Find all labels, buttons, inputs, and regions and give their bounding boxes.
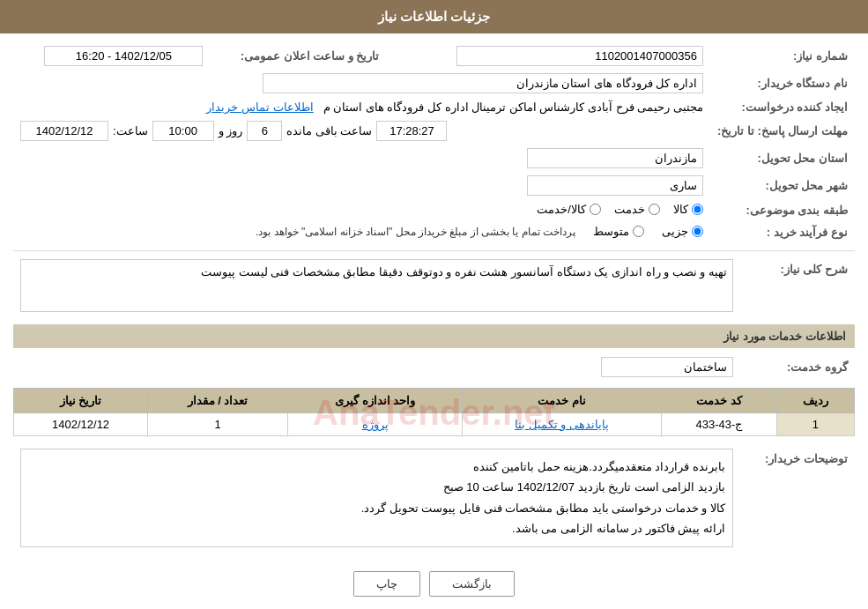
deadline-label: مهلت ارسال پاسخ: تا تاریخ:	[710, 117, 855, 145]
city-cell: ساری	[13, 172, 710, 199]
purchase-type-motavasset: متوسط	[593, 225, 644, 238]
service-group-cell: ساختمان	[13, 353, 740, 381]
category-label: طبقه بندی موضوعی:	[710, 199, 855, 221]
buyer-org-value: اداره کل فرودگاه های استان مازندران	[263, 73, 703, 93]
buyer-org-label: نام دستگاه خریدار:	[710, 70, 855, 97]
request-number-value: 1102001407000356	[456, 46, 703, 66]
deadline-date: 1402/12/12	[20, 121, 108, 141]
cell-unit: پروژه	[287, 413, 462, 436]
purchase-type-label: نوع فرآیند خرید :	[710, 221, 855, 243]
col-code: کد خدمت	[662, 389, 777, 413]
buyer-notes-label: توضیحات خریدار:	[740, 445, 855, 551]
deadline-time-label: ساعت:	[113, 124, 148, 137]
col-date: تاریخ نیاز	[14, 389, 148, 413]
request-number-cell: 1102001407000356	[412, 42, 709, 70]
services-table: ردیف کد خدمت نام خدمت واحد اندازه گیری ت…	[13, 388, 855, 436]
description-text: تهیه و نصب و راه اندازی یک دستگاه آسانسو…	[20, 259, 733, 312]
buyer-org-cell: اداره کل فرودگاه های استان مازندران	[13, 70, 710, 97]
deadline-remaining-label: ساعت باقی مانده	[286, 124, 372, 137]
col-row: ردیف	[776, 389, 854, 413]
description-cell: تهیه و نصب و راه اندازی یک دستگاه آسانسو…	[13, 256, 740, 316]
cell-date: 1402/12/12	[14, 413, 148, 436]
purchase-type-note: پرداخت تمام یا بخشی از مبلغ خریداز محل "…	[256, 226, 575, 238]
main-info-table: شماره نیاز: 1102001407000356 تاریخ و ساع…	[13, 42, 855, 243]
category-option-kala-khedmat: کالا/خدمت	[537, 203, 601, 216]
creator-label: ایجاد کننده درخواست:	[710, 97, 855, 117]
cell-code: ج-43-433	[662, 413, 777, 436]
announce-cell: 1402/12/05 - 16:20	[13, 42, 210, 70]
deadline-days-label: روز و	[219, 124, 243, 137]
announce-label: تاریخ و ساعت اعلان عمومی:	[210, 42, 386, 70]
service-group-label: گروه خدمت:	[740, 353, 855, 381]
deadline-remaining: 17:28:27	[376, 121, 447, 141]
province-label: استان محل تحویل:	[710, 145, 855, 172]
deadline-cell: 1402/12/12 ساعت: 10:00 روز و 6 ساعت باقی…	[13, 117, 710, 145]
purchase-type-cell: پرداخت تمام یا بخشی از مبلغ خریداز محل "…	[13, 221, 710, 243]
print-button[interactable]: چاپ	[353, 571, 420, 597]
description-label: شرح کلی نیاز:	[740, 256, 855, 316]
city-value: ساری	[527, 175, 703, 196]
back-button[interactable]: بازگشت	[429, 571, 515, 597]
category-cell: کالا/خدمت خدمت کالا	[13, 199, 710, 221]
cell-row: 1	[776, 413, 854, 436]
province-cell: مازندران	[13, 145, 710, 172]
notes-table: توضیحات خریدار: بابرنده قرارداد متعقدمیگ…	[13, 445, 855, 551]
col-name: نام خدمت	[463, 389, 662, 413]
deadline-days: 6	[247, 121, 282, 141]
purchase-type-jozii: جزیی	[662, 225, 703, 238]
col-qty: تعداد / مقدار	[148, 389, 288, 413]
page-header: جزئیات اطلاعات نیاز	[0, 0, 868, 33]
page-title: جزئیات اطلاعات نیاز	[378, 9, 490, 24]
city-label: شهر محل تحویل:	[710, 172, 855, 199]
divider-1	[13, 250, 855, 251]
service-group-value: ساختمان	[601, 357, 733, 377]
category-option-kala: کالا	[673, 203, 703, 216]
category-option-khedmat: خدمت	[614, 203, 660, 216]
deadline-time: 10:00	[152, 121, 214, 141]
services-section-header: اطلاعات خدمات مورد نیاز	[13, 324, 855, 348]
announce-value: 1402/12/05 - 16:20	[44, 46, 203, 66]
creator-name: مجتبی رحیمی فرح آبادی کارشناس اماکن ترمی…	[323, 100, 703, 114]
col-unit: واحد اندازه گیری	[287, 389, 462, 413]
creator-cell: مجتبی رحیمی فرح آبادی کارشناس اماکن ترمی…	[13, 97, 710, 117]
creator-contact-link[interactable]: اطلاعات تماس خریدار	[206, 100, 313, 114]
buyer-notes-cell: بابرنده قرارداد متعقدمیگردد.هزینه حمل با…	[13, 445, 740, 551]
service-group-table: گروه خدمت: ساختمان	[13, 353, 855, 381]
buttons-row: بازگشت چاپ	[13, 558, 855, 609]
request-number-label: شماره نیاز:	[710, 42, 855, 70]
cell-qty: 1	[148, 413, 288, 436]
cell-name[interactable]: پایاندهی و تکمیل بنا	[463, 413, 662, 436]
table-row: 1 ج-43-433 پایاندهی و تکمیل بنا پروژه 1 …	[14, 413, 855, 436]
province-value: مازندران	[527, 148, 703, 168]
buyer-notes-value: بابرنده قرارداد متعقدمیگردد.هزینه حمل با…	[20, 449, 733, 547]
description-table: شرح کلی نیاز: تهیه و نصب و راه اندازی یک…	[13, 256, 855, 316]
